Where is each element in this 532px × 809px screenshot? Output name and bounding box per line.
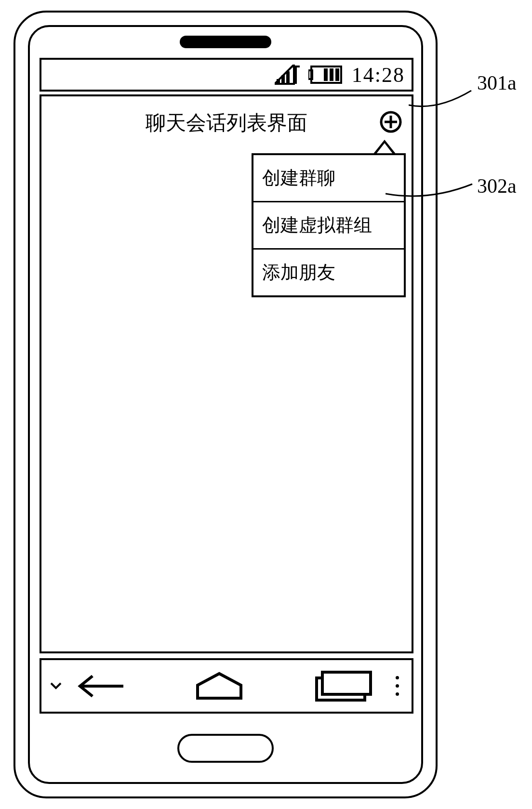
menu-item-create-virtual-group[interactable]: 创建虚拟群组 xyxy=(253,202,404,250)
screen-header: 聊天会话列表界面 xyxy=(41,111,412,135)
menu-item-add-friend[interactable]: 添加朋友 xyxy=(253,250,404,295)
callout-label-301a: 301a xyxy=(477,71,517,94)
add-button[interactable] xyxy=(380,111,402,133)
callout-label-302a: 302a xyxy=(477,174,517,198)
status-bar: 14:28 xyxy=(40,58,413,92)
svg-marker-15 xyxy=(198,674,241,698)
more-dots-icon[interactable] xyxy=(387,676,407,696)
plus-icon xyxy=(380,111,402,133)
back-button[interactable] xyxy=(66,674,138,698)
physical-home-button[interactable] xyxy=(177,734,274,763)
earpiece xyxy=(180,36,271,48)
recent-apps-icon xyxy=(313,669,375,703)
svg-rect-16 xyxy=(322,672,371,694)
home-button-nav[interactable] xyxy=(138,672,301,701)
svg-rect-10 xyxy=(335,68,339,81)
menu-item-create-group-chat[interactable]: 创建群聊 xyxy=(253,155,404,202)
svg-rect-9 xyxy=(330,68,333,81)
status-time: 14:28 xyxy=(352,63,405,87)
svg-rect-8 xyxy=(324,68,328,81)
svg-rect-2 xyxy=(281,75,285,83)
signal-icon xyxy=(275,65,300,85)
battery-icon xyxy=(308,66,343,84)
svg-rect-1 xyxy=(277,79,280,83)
home-icon xyxy=(193,672,246,701)
recent-apps-button[interactable] xyxy=(301,669,387,703)
nav-chevron-down-icon[interactable] xyxy=(46,682,66,690)
dropdown-arrow-icon xyxy=(373,140,396,154)
svg-rect-3 xyxy=(286,71,290,83)
phone-outer-frame: 14:28 聊天会话列表界面 创建群聊 创建虚拟群组 添加朋友 xyxy=(13,11,438,798)
nav-bar xyxy=(40,658,413,714)
app-screen: 聊天会话列表界面 创建群聊 创建虚拟群组 添加朋友 xyxy=(40,94,413,653)
back-arrow-icon xyxy=(75,674,128,698)
page-title: 聊天会话列表界面 xyxy=(146,109,307,136)
dropdown-menu: 创建群聊 创建虚拟群组 添加朋友 xyxy=(252,153,406,297)
phone-inner-frame: 14:28 聊天会话列表界面 创建群聊 创建虚拟群组 添加朋友 xyxy=(28,25,423,784)
